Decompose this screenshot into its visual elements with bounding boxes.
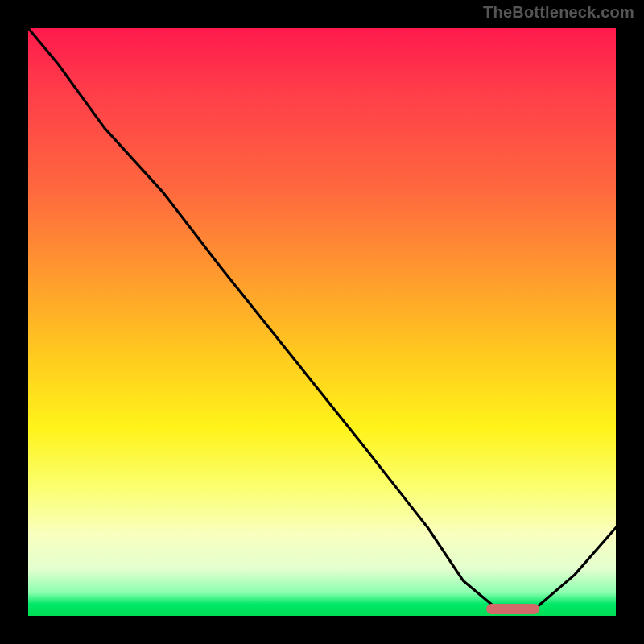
attribution-text: TheBottleneck.com xyxy=(483,3,634,22)
optimal-marker xyxy=(486,604,539,614)
plot-area xyxy=(28,28,616,616)
bottleneck-curve xyxy=(28,28,616,616)
chart-frame: TheBottleneck.com xyxy=(0,0,644,644)
